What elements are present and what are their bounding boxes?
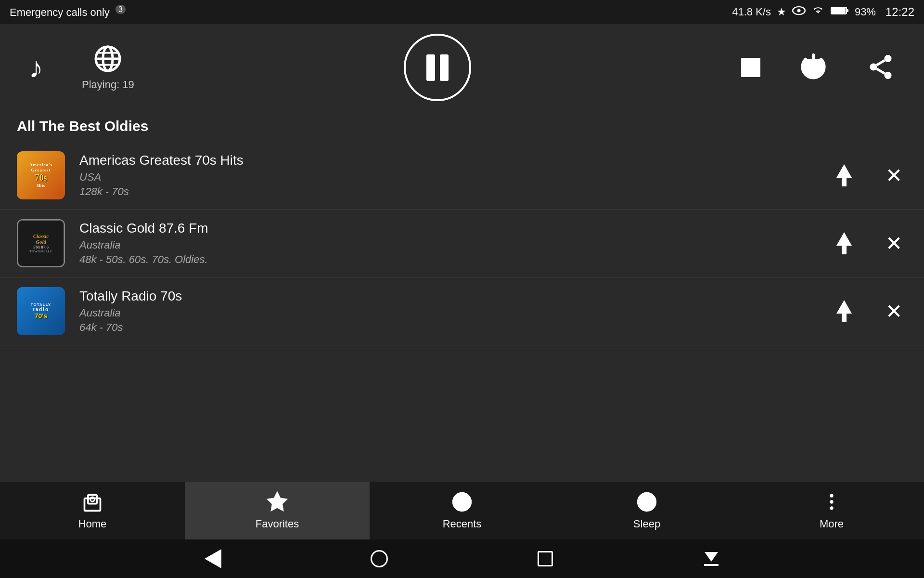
- controls-left-section: ♪ Playing: 19: [29, 44, 134, 91]
- station-name-3: Totally Radio 70s: [79, 289, 817, 304]
- more-icon: [821, 491, 842, 514]
- upload-icon-1: [836, 164, 852, 186]
- playing-label: Playing: 19: [82, 79, 134, 91]
- close-icon-1: ✕: [886, 164, 902, 187]
- radio-item-2: Classic Gold FM 87.6 TOWNSVILLE Classic …: [0, 210, 924, 277]
- system-home-button[interactable]: [368, 548, 390, 570]
- svg-point-22: [830, 500, 833, 503]
- controls-right-section: [741, 53, 895, 83]
- favorites-icon: [267, 491, 288, 514]
- controls-bar: ♪ Playing: 19: [0, 24, 924, 111]
- bluetooth-icon: ★: [777, 6, 786, 18]
- system-back-button[interactable]: [202, 548, 224, 570]
- station-details-3: 64k - 70s: [79, 321, 817, 334]
- svg-point-21: [830, 494, 833, 497]
- nav-more[interactable]: More: [739, 482, 924, 539]
- station-logo-70s: America's Greatest 70s Hits: [17, 151, 65, 199]
- remove-button-2[interactable]: ✕: [881, 227, 907, 260]
- share-button[interactable]: [866, 53, 895, 83]
- svg-rect-3: [847, 9, 848, 12]
- upload-icon-2: [836, 232, 852, 254]
- nav-recents[interactable]: Recents: [370, 482, 554, 539]
- radio-item-3: totally radio 70's Totally Radio 70s Aus…: [0, 277, 924, 345]
- home-icon: [82, 491, 103, 514]
- eye-icon: [792, 5, 806, 19]
- pause-button[interactable]: [404, 34, 471, 101]
- radio-list: America's Greatest 70s Hits Americas Gre…: [0, 142, 924, 345]
- globe-icon: [93, 44, 122, 75]
- nav-home[interactable]: Home: [0, 482, 185, 539]
- bottom-nav: Home Favorites Recents Sleep More: [0, 482, 924, 539]
- upload-button-3[interactable]: [832, 295, 857, 327]
- nav-favorites-label: Favorites: [256, 518, 299, 530]
- share-icon: [866, 53, 895, 83]
- music-button[interactable]: ♪: [29, 51, 43, 84]
- stop-icon: [741, 58, 760, 77]
- speed-indicator: 41.8 K/s: [732, 6, 771, 18]
- time-display: 12:22: [886, 5, 914, 19]
- download-icon: [704, 552, 719, 566]
- music-note-icon: ♪: [29, 51, 43, 84]
- battery-icon: [831, 6, 849, 18]
- recents-icon: [451, 491, 473, 514]
- notification-badge: 3: [116, 5, 126, 14]
- upload-icon-3: [836, 300, 852, 322]
- remove-button-3[interactable]: ✕: [881, 295, 907, 328]
- list-title: All The Best Oldies: [0, 111, 924, 142]
- system-recents-button[interactable]: [534, 548, 556, 570]
- station-country-2: Australia: [79, 239, 817, 251]
- sleep-icon: [636, 491, 657, 514]
- station-details-1: 128k - 70s: [79, 185, 817, 198]
- nav-sleep-label: Sleep: [633, 518, 660, 530]
- radio-item: America's Greatest 70s Hits Americas Gre…: [0, 142, 924, 210]
- station-country-3: Australia: [79, 307, 817, 319]
- upload-button-1[interactable]: [832, 159, 857, 191]
- station-actions-2: ✕: [832, 227, 907, 260]
- controls-center-section: [404, 34, 471, 101]
- station-info-3: Totally Radio 70s Australia 64k - 70s: [79, 289, 817, 334]
- stop-button[interactable]: [741, 58, 760, 77]
- status-right: 41.8 K/s ★ 93% 12:22: [732, 5, 914, 19]
- nav-home-label: Home: [78, 518, 107, 530]
- svg-point-23: [830, 506, 833, 510]
- upload-button-2[interactable]: [832, 227, 857, 259]
- nav-favorites[interactable]: Favorites: [185, 482, 370, 539]
- wifi-icon: [811, 5, 825, 19]
- station-actions-1: ✕: [832, 159, 907, 192]
- close-icon-3: ✕: [886, 300, 902, 323]
- svg-point-1: [797, 9, 800, 13]
- svg-point-12: [884, 72, 891, 79]
- nav-recents-label: Recents: [443, 518, 482, 530]
- home-system-icon: [371, 550, 388, 567]
- svg-marker-18: [269, 493, 286, 510]
- battery-percent: 93%: [855, 6, 876, 18]
- station-country-1: USA: [79, 171, 817, 184]
- svg-point-11: [870, 63, 877, 70]
- station-actions-3: ✕: [832, 295, 907, 328]
- svg-point-10: [884, 55, 891, 62]
- globe-button[interactable]: [93, 44, 122, 75]
- station-logo-totally: totally radio 70's: [17, 287, 65, 335]
- svg-rect-4: [832, 8, 846, 13]
- nav-more-label: More: [820, 518, 844, 530]
- station-info-1: Americas Greatest 70s Hits USA 128k - 70…: [79, 153, 817, 198]
- system-nav: [0, 539, 924, 578]
- svg-line-13: [876, 68, 885, 73]
- svg-line-14: [876, 60, 885, 65]
- status-emergency: Emergency calls only 3: [10, 5, 126, 19]
- back-icon: [205, 549, 221, 568]
- pause-icon: [426, 54, 449, 81]
- station-name-1: Americas Greatest 70s Hits: [79, 153, 817, 168]
- station-details-2: 48k - 50s. 60s. 70s. Oldies.: [79, 253, 817, 266]
- remove-button-1[interactable]: ✕: [881, 159, 907, 192]
- power-button[interactable]: [799, 53, 828, 83]
- station-logo-classic: Classic Gold FM 87.6 TOWNSVILLE: [17, 219, 65, 267]
- nav-sleep[interactable]: Sleep: [554, 482, 739, 539]
- station-info-2: Classic Gold 87.6 Fm Australia 48k - 50s…: [79, 221, 817, 266]
- close-icon-2: ✕: [886, 232, 902, 255]
- recents-system-icon: [538, 551, 553, 566]
- power-icon: [799, 53, 828, 83]
- status-bar: Emergency calls only 3 41.8 K/s ★ 93% 12…: [0, 0, 924, 24]
- system-download-button[interactable]: [700, 548, 722, 570]
- station-name-2: Classic Gold 87.6 Fm: [79, 221, 817, 236]
